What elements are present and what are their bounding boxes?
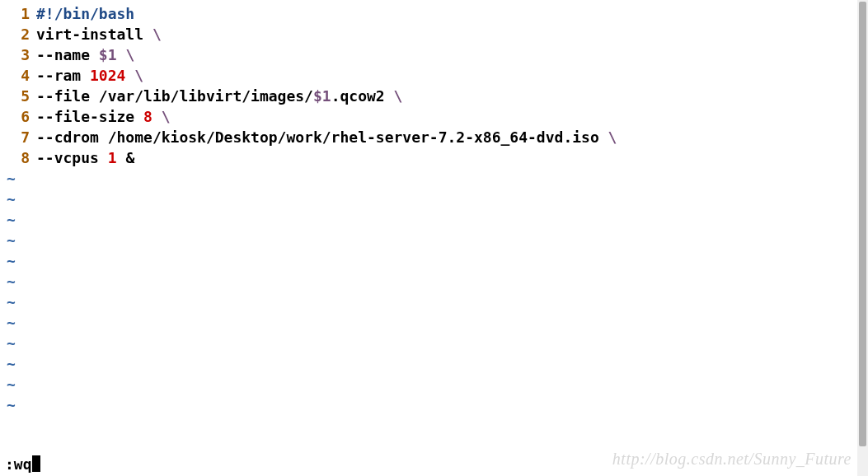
- code-line[interactable]: 1#!/bin/bash: [5, 3, 856, 24]
- code-line[interactable]: 7--cdrom /home/kiosk/Desktop/work/rhel-s…: [5, 127, 856, 147]
- code-token: &: [117, 149, 135, 166]
- editor-viewport[interactable]: 1#!/bin/bash2virt-install \3--name $1 \4…: [0, 0, 856, 476]
- empty-line-tilde: ~: [5, 374, 856, 394]
- code-token: --cdrom /home/kiosk/Desktop/work/rhel-se…: [36, 128, 608, 146]
- code-token: #!/bin/bash: [36, 5, 134, 22]
- line-number: 1: [5, 3, 30, 24]
- command-text: :wq: [5, 454, 32, 474]
- code-token: [117, 46, 126, 63]
- line-number: 5: [5, 86, 30, 106]
- scrollbar-vertical[interactable]: [857, 0, 868, 476]
- empty-line-tilde: ~: [5, 168, 856, 189]
- line-number: 2: [5, 24, 30, 44]
- code-token: \: [162, 108, 171, 125]
- code-token: .qcow2: [331, 87, 394, 105]
- code-token: --ram: [36, 67, 90, 84]
- line-number: 8: [5, 147, 30, 168]
- empty-line-tilde: ~: [5, 292, 856, 312]
- code-token: virt-install: [36, 26, 152, 43]
- line-number: 6: [5, 106, 30, 127]
- code-line[interactable]: 6--file-size 8 \: [5, 106, 856, 127]
- empty-line-tilde: ~: [5, 271, 856, 292]
- code-line[interactable]: 8--vcpus 1 &: [5, 147, 856, 168]
- cursor-block: [32, 455, 40, 472]
- code-token: --file /var/lib/libvirt/images/: [36, 87, 313, 105]
- code-token: \: [394, 87, 403, 105]
- code-line[interactable]: 2virt-install \: [5, 24, 856, 44]
- code-token: \: [125, 46, 134, 63]
- code-area[interactable]: 1#!/bin/bash2virt-install \3--name $1 \4…: [5, 3, 856, 168]
- code-line[interactable]: 5--file /var/lib/libvirt/images/$1.qcow2…: [5, 86, 856, 106]
- line-number: 4: [5, 65, 30, 86]
- code-token: [125, 67, 134, 84]
- code-token: 1024: [90, 67, 125, 84]
- code-token: \: [152, 26, 162, 43]
- empty-line-tilde: ~: [5, 333, 856, 353]
- line-number: 7: [5, 127, 30, 147]
- empty-line-tilde: ~: [5, 394, 856, 415]
- code-token: --file-size: [36, 108, 143, 125]
- code-token: [152, 108, 162, 125]
- code-token: 1: [108, 149, 117, 166]
- command-line[interactable]: :wq: [0, 451, 868, 476]
- code-token: \: [608, 128, 617, 146]
- empty-line-tilde: ~: [5, 250, 856, 271]
- code-token: $1: [313, 87, 331, 105]
- empty-line-tilde: ~: [5, 209, 856, 230]
- empty-line-tilde: ~: [5, 189, 856, 209]
- code-token: --vcpus: [36, 149, 108, 166]
- code-line[interactable]: 4--ram 1024 \: [5, 65, 856, 86]
- empty-line-tilde: ~: [5, 353, 856, 374]
- code-token: --name: [36, 46, 99, 63]
- empty-line-tilde: ~: [5, 230, 856, 250]
- code-line[interactable]: 3--name $1 \: [5, 44, 856, 65]
- code-token: $1: [99, 46, 117, 63]
- line-number: 3: [5, 44, 30, 65]
- empty-lines-area: ~~~~~~~~~~~~: [5, 168, 856, 415]
- scrollbar-thumb[interactable]: [859, 2, 866, 446]
- code-token: \: [134, 67, 143, 84]
- empty-line-tilde: ~: [5, 312, 856, 333]
- code-token: 8: [143, 108, 152, 125]
